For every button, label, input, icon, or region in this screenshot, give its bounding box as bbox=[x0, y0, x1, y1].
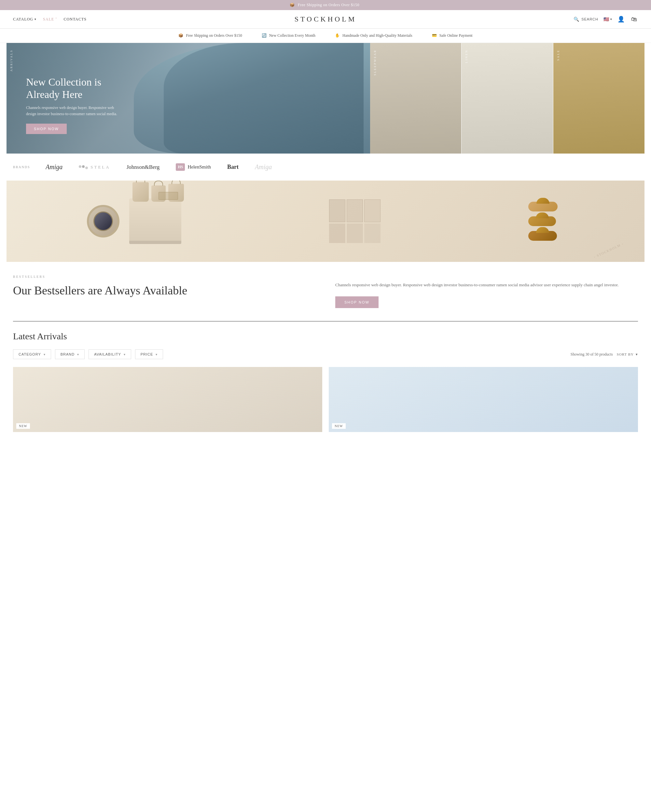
cart-icon: 🛍 bbox=[631, 16, 637, 23]
brand-helen-name: HelenSmith bbox=[188, 164, 211, 170]
filter-brand-label: BRAND bbox=[61, 352, 75, 356]
nav-catalog[interactable]: CATALOG ▾ bbox=[13, 17, 37, 22]
product-badge-2: New bbox=[332, 423, 346, 429]
feature-bar: 📦 Free Shipping on Orders Over $150 🔄 Ne… bbox=[0, 29, 651, 43]
lifestyle-mirror bbox=[87, 205, 119, 238]
filter-price-arrow: ▾ bbox=[156, 353, 157, 356]
panel-label-linen: LINEN bbox=[462, 43, 471, 70]
hs-badge: HS bbox=[176, 163, 185, 171]
hat-2 bbox=[528, 216, 556, 226]
banner-icon: 📦 bbox=[290, 3, 295, 7]
banner-text: Free Shipping on Orders Over $150 bbox=[298, 3, 359, 7]
brand-stela[interactable]: STELA bbox=[79, 165, 110, 170]
shelf-item-6 bbox=[364, 223, 381, 243]
account-button[interactable]: 👤 bbox=[617, 15, 625, 23]
shelf-item-3 bbox=[364, 199, 381, 222]
filter-category-arrow: ▾ bbox=[44, 353, 46, 356]
feature-collection: 🔄 New Collection Every Month bbox=[262, 33, 315, 38]
brands-label: BRANDS bbox=[13, 165, 32, 169]
product-badge-1: New bbox=[16, 423, 30, 429]
filter-category-button[interactable]: CATEGORY ▾ bbox=[13, 350, 51, 359]
lifestyle-center bbox=[329, 199, 381, 243]
hero-description: Channels responsive web design buyer. Re… bbox=[26, 105, 124, 117]
bestsellers-tag: BESTSELLERS bbox=[13, 275, 316, 278]
filter-price-button[interactable]: PRICE ▾ bbox=[135, 350, 164, 359]
filters-row: CATEGORY ▾ BRAND ▾ AVAILABILITY ▾ PRICE … bbox=[13, 350, 638, 359]
product-image-1: New bbox=[13, 367, 322, 432]
hero-panel-sale[interactable]: SALE bbox=[553, 43, 645, 154]
chevron-down-icon: ▾ bbox=[610, 18, 612, 21]
shelf-item-4 bbox=[329, 223, 345, 243]
shelf-grid bbox=[329, 199, 381, 243]
filter-availability-button[interactable]: AVAILABILITY ▾ bbox=[89, 350, 131, 359]
brand-amiga-2[interactable]: Amiga bbox=[255, 163, 272, 171]
handmade-icon: ✋ bbox=[335, 33, 340, 38]
product-image-2: New bbox=[329, 367, 638, 432]
product-card-1: New bbox=[13, 367, 322, 432]
site-logo[interactable]: STOCKHOLM bbox=[295, 15, 357, 23]
search-icon: 🔍 bbox=[573, 17, 579, 22]
watermark-text: ◦ STOCKHOLM ◦ bbox=[593, 242, 624, 259]
brands-list: Amiga STELA Johnson&Berg HS HelenSmith B… bbox=[46, 163, 638, 171]
hero-shop-now-button[interactable]: SHOP NOW bbox=[26, 124, 67, 134]
lifestyle-watermark: ◦ STOCKHOLM ◦ bbox=[592, 244, 625, 256]
shipping-icon: 📦 bbox=[178, 33, 183, 38]
bestsellers-left: BESTSELLERS Our Bestsellers are Always A… bbox=[13, 275, 316, 298]
bestsellers-shop-now-button[interactable]: SHOP NOW bbox=[335, 296, 379, 308]
brand-stela-name: STELA bbox=[90, 165, 110, 170]
header: CATALOG ▾ SALE + CONTACTS STOCKHOLM 🔍 SE… bbox=[0, 10, 651, 29]
top-banner: 📦 Free Shipping on Orders Over $150 bbox=[0, 0, 651, 10]
hero-panel-linen[interactable]: LINEN bbox=[462, 43, 553, 154]
filter-availability-arrow: ▾ bbox=[124, 353, 126, 356]
panel-label-sale: SALE bbox=[553, 43, 563, 67]
filter-category-label: CATEGORY bbox=[18, 352, 41, 356]
bestsellers-section: BESTSELLERS Our Bestsellers are Always A… bbox=[0, 262, 651, 321]
hero-main-panel: ARRIVALS New Collection is Already Here … bbox=[6, 43, 370, 154]
feature-shipping: 📦 Free Shipping on Orders Over $150 bbox=[178, 33, 242, 38]
shelf-item-1 bbox=[329, 199, 345, 222]
hero-panel-sleepwear[interactable]: SLEEPWEAR bbox=[370, 43, 461, 154]
latest-arrivals-section: Latest Arrivals CATEGORY ▾ BRAND ▾ AVAIL… bbox=[0, 321, 651, 442]
panel-label-sleepwear: SLEEPWEAR bbox=[370, 43, 380, 82]
sort-by-arrow: ▾ bbox=[636, 352, 638, 357]
brands-bar: BRANDS Amiga STELA Johnson&Berg HS Helen… bbox=[0, 154, 651, 180]
latest-arrivals-title: Latest Arrivals bbox=[13, 331, 638, 342]
cart-button[interactable]: 🛍 bbox=[630, 15, 638, 23]
user-icon: 👤 bbox=[617, 15, 625, 23]
hero-section: ARRIVALS New Collection is Already Here … bbox=[6, 43, 645, 154]
feature-handmade: ✋ Handmade Only and High-Quality Materia… bbox=[335, 33, 413, 38]
lifestyle-left bbox=[80, 198, 181, 244]
hat-1 bbox=[528, 202, 558, 211]
payment-icon: 💳 bbox=[432, 33, 437, 38]
nav-contacts[interactable]: CONTACTS bbox=[64, 17, 87, 22]
brand-amiga-1[interactable]: Amiga bbox=[46, 163, 63, 171]
lifestyle-mirror-inner bbox=[93, 211, 113, 231]
product-img-overlay-1 bbox=[13, 367, 322, 432]
bag-1 bbox=[133, 182, 149, 202]
filter-brand-arrow: ▾ bbox=[77, 353, 79, 356]
filter-availability-label: AVAILABILITY bbox=[94, 352, 121, 356]
bestsellers-description: Channels responsive web design buyer. Re… bbox=[335, 281, 638, 288]
feature-payment: 💳 Safe Online Payment bbox=[432, 33, 473, 38]
currency-selector[interactable]: 🇺🇸 ▾ bbox=[604, 17, 612, 22]
search-button[interactable]: 🔍 SEARCH bbox=[573, 17, 598, 22]
brand-bart[interactable]: Bart bbox=[227, 163, 238, 171]
showing-count: Showing 30 of 50 products bbox=[571, 352, 613, 357]
hero-label-arrivals: ARRIVALS bbox=[6, 43, 16, 78]
product-card-2: New bbox=[329, 367, 638, 432]
brand-johnson[interactable]: Johnson&Berg bbox=[127, 164, 160, 171]
hero-content: New Collection is Already Here Channels … bbox=[26, 76, 124, 134]
nav-sale[interactable]: SALE + bbox=[43, 17, 57, 22]
logo-container: STOCKHOLM bbox=[295, 15, 357, 23]
cabinet-box bbox=[159, 192, 178, 200]
products-row: New New bbox=[13, 367, 638, 432]
hat-display bbox=[528, 202, 558, 241]
brand-helensmith[interactable]: HS HelenSmith bbox=[176, 163, 211, 171]
filters-right: Showing 30 of 50 products SORT BY ▾ bbox=[571, 352, 638, 357]
shelf-item-2 bbox=[347, 199, 363, 222]
bestsellers-right: Channels responsive web design buyer. Re… bbox=[335, 275, 638, 308]
sale-badge: + bbox=[55, 17, 57, 20]
header-actions: 🔍 SEARCH 🇺🇸 ▾ 👤 🛍 bbox=[573, 15, 638, 23]
filter-brand-button[interactable]: BRAND ▾ bbox=[55, 350, 85, 359]
sort-by-button[interactable]: SORT BY ▾ bbox=[617, 352, 638, 357]
